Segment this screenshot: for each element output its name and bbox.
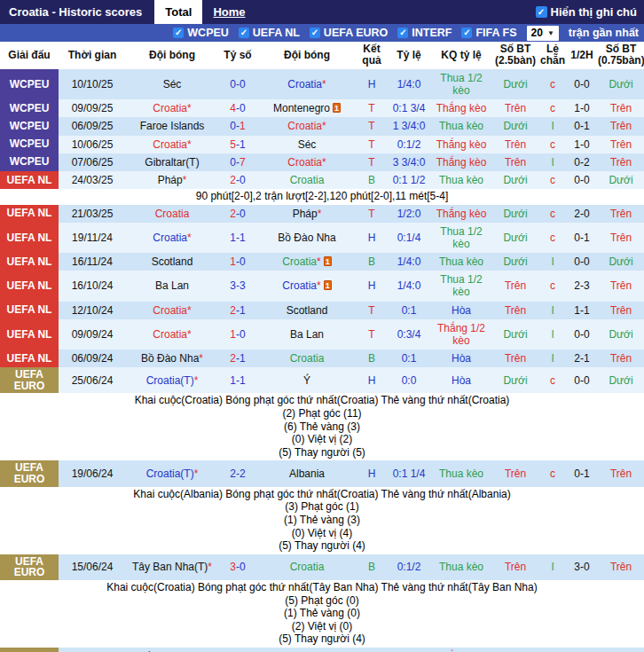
star-marker: *: [187, 328, 192, 341]
league-badge: WCPEU: [0, 153, 59, 171]
match-date: 07/06/25: [59, 153, 126, 171]
note-line: (5) Thay người (4): [0, 539, 644, 553]
team-name: Croatia(T): [146, 467, 194, 480]
table-row[interactable]: WCPEU 09/09/25 Croatia* 4-0 Montenegro1 …: [0, 99, 644, 117]
note-line: (5) Phạt góc (0): [0, 594, 644, 608]
match-score: 1-0: [218, 253, 257, 271]
handicap-result: Hòa: [431, 302, 491, 319]
result-letter: T: [357, 117, 387, 135]
checkbox-checked-icon[interactable]: ✓: [173, 27, 184, 38]
odd-even-flag: l: [539, 302, 566, 319]
match-date: 10/06/25: [59, 136, 126, 153]
league-badge: UEFA NL: [0, 205, 59, 223]
table-row[interactable]: UEFA EURO 25/06/24 Croatia(T)* 1-1 Ý H 0…: [0, 367, 644, 393]
home-team: Croatia*: [126, 319, 218, 350]
note-line: (5) Thay người (5): [0, 446, 644, 460]
tab-home[interactable]: Home: [202, 0, 255, 24]
team-name: Pháp: [293, 208, 318, 220]
team-name: Croatia: [155, 208, 190, 220]
table-row[interactable]: UEFA NL 16/11/24 Scotland 1-0 Croatia*1 …: [0, 253, 644, 271]
checkbox-checked-icon[interactable]: ✓: [397, 27, 408, 38]
league-badge: WCPEU: [0, 117, 59, 135]
checkbox-checked-icon[interactable]: ✓: [310, 27, 320, 38]
handicap-result: Thắng kèo: [431, 99, 491, 117]
table-row[interactable]: WCPEU 07/06/25 Gibraltar(T) 0-7 Croatia*…: [0, 153, 644, 171]
league-badge: UEFA EURO: [0, 367, 59, 393]
table-row[interactable]: INTERF 09/06/24 Bồ Đào Nha* 1-2 Croatia …: [0, 648, 644, 652]
match-score: 2-1: [218, 302, 257, 319]
table-row[interactable]: WCPEU 10/06/25 Croatia* 5-1 Séc T 0:1/2 …: [0, 136, 644, 153]
league-badge: UEFA EURO: [0, 460, 59, 486]
red-card-icon: 1: [324, 280, 332, 290]
table-row[interactable]: UEFA NL 16/10/24 Ba Lan 3-3 Croatia*1 H …: [0, 271, 644, 301]
handicap-result: Thắng kèo: [431, 205, 491, 223]
table-row[interactable]: UEFA EURO 19/06/24 Croatia(T)* 2-2 Alban…: [0, 460, 644, 486]
over-under-2-5-goals: Trên: [491, 460, 539, 486]
league-badge: UEFA NL: [0, 271, 59, 301]
result-letter: B: [357, 171, 387, 189]
table-row[interactable]: UEFA NL 12/10/24 Croatia* 2-1 Scotland T…: [0, 302, 644, 319]
table-row[interactable]: WCPEU 06/09/25 Faroe Islands 0-1 Croatia…: [0, 117, 644, 135]
match-date: 09/09/24: [59, 319, 126, 350]
result-letter: T: [357, 136, 387, 153]
home-team: Ba Lan: [126, 271, 218, 301]
over-under-0-75-goals: Trên: [598, 460, 644, 486]
league-filter-uefa-nl[interactable]: ✓UEFA NL: [239, 27, 300, 39]
handicap-odds: 1/4:0: [387, 253, 431, 271]
halftime-score: 0-1: [566, 648, 598, 652]
star-marker: *: [199, 352, 203, 365]
table-row[interactable]: UEFA NL 19/11/24 Croatia* 1-1 Bồ Đào Nha…: [0, 223, 644, 253]
league-badge: UEFA NL: [0, 253, 59, 271]
handicap-result: Thua kèo: [431, 554, 491, 580]
league-filter-interf[interactable]: ✓INTERF: [397, 27, 452, 39]
over-under-0-75-goals: Trên: [598, 271, 644, 301]
column-header: KQ tỷ lệ: [431, 42, 491, 69]
away-team: Séc: [257, 136, 357, 153]
table-row[interactable]: UEFA NL 21/03/25 Croatia 2-0 Pháp* T 1/2…: [0, 205, 644, 223]
result-letter: B: [357, 350, 387, 367]
home-team: Croatia*: [126, 99, 218, 117]
halftime-score: 0-0: [566, 171, 598, 189]
league-filter-fifa-fs[interactable]: ✓FIFA FS: [461, 27, 516, 39]
team-name: Croatia: [287, 156, 322, 169]
column-header: Tỷ số: [218, 42, 257, 69]
away-team: Pháp*: [257, 205, 357, 223]
table-row[interactable]: UEFA NL 06/09/24 Bồ Đào Nha* 2-1 Croatia…: [0, 350, 644, 367]
table-row[interactable]: UEFA NL 09/09/24 Croatia* 1-0 Ba Lan T 0…: [0, 319, 644, 350]
checkbox-checked-icon[interactable]: ✓: [536, 6, 547, 18]
table-row[interactable]: UEFA NL 24/03/25 Pháp* 2-0 Croatia B 0:1…: [0, 171, 644, 189]
league-filter-uefa-euro[interactable]: ✓UEFA EURO: [310, 27, 388, 39]
recent-matches-select[interactable]: 20 ▼: [527, 26, 559, 41]
table-row[interactable]: UEFA EURO 15/06/24 Tây Ban Nha(T)* 3-0 C…: [0, 554, 644, 580]
handicap-result: Thua 1/2 kèo: [431, 69, 491, 99]
league-filter-wcpeu[interactable]: ✓WCPEU: [173, 27, 229, 39]
column-header: Thời gian: [59, 42, 126, 69]
handicap-odds: 0:3/4: [387, 648, 431, 652]
star-marker: *: [318, 208, 322, 220]
match-score: 0-1: [218, 117, 257, 135]
show-notes-toggle[interactable]: ✓ Hiển thị ghi chú: [536, 0, 644, 24]
checkbox-checked-icon[interactable]: ✓: [461, 27, 472, 38]
home-team: Croatia*: [126, 223, 218, 253]
match-score: 1-1: [218, 367, 257, 393]
over-under-0-75-goals: Dưới: [598, 253, 644, 271]
halftime-score: 0-1: [566, 460, 598, 486]
star-marker: *: [322, 120, 326, 132]
league-filter-bar: ✓WCPEU✓UEFA NL✓UEFA EURO✓INTERF✓FIFA FS …: [0, 24, 644, 42]
odd-even-flag: l: [539, 554, 566, 580]
home-team: Faroe Islands: [126, 117, 218, 135]
table-row[interactable]: WCPEU 10/10/25 Séc 0-0 Croatia* H 1/4:0 …: [0, 69, 644, 99]
note-row: Khai cuộc(Albania) Bóng phạt góc thứ nhấ…: [0, 487, 644, 554]
league-filter-items: ✓WCPEU✓UEFA NL✓UEFA EURO✓INTERF✓FIFA FS: [173, 27, 516, 39]
match-date: 25/06/24: [59, 367, 126, 393]
away-team: Croatia: [257, 648, 357, 652]
tab-total[interactable]: Total: [154, 0, 202, 24]
halftime-score: 1-1: [566, 302, 598, 319]
away-team: Croatia*1: [257, 253, 357, 271]
handicap-result: Thua 1/2 kèo: [431, 223, 491, 253]
team-name: Croatia: [290, 561, 325, 573]
checkbox-checked-icon[interactable]: ✓: [239, 27, 249, 38]
match-score: 2-0: [218, 205, 257, 223]
league-filter-label: INTERF: [412, 27, 452, 39]
over-under-0-75-goals: Trên: [598, 205, 644, 223]
